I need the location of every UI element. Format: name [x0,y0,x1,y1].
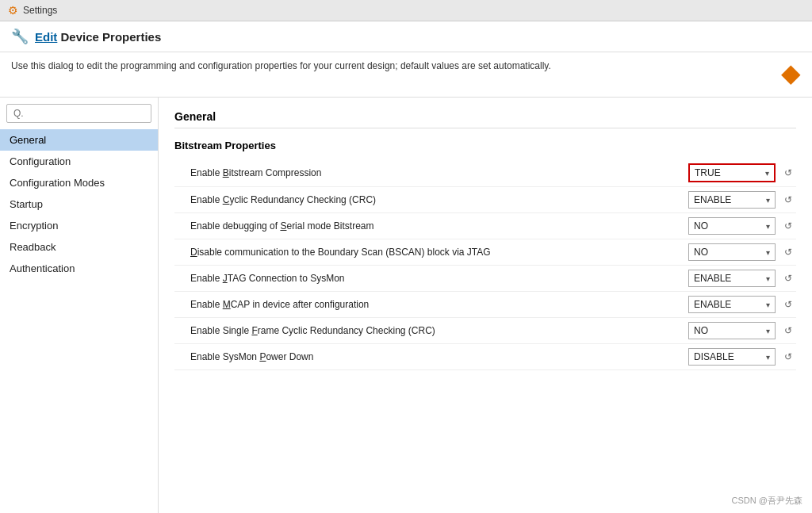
header: 🔧 Edit Device Properties [0,21,812,52]
chevron-down-icon-bscan: ▾ [766,248,770,257]
dropdown-value-bscan: NO [694,247,708,258]
main-content: General Configuration Configuration Mode… [0,98,812,513]
dropdown-value-jtag: ENABLE [694,273,731,284]
property-row-sfcrc: Enable Single Frame Cyclic Redundancy Ch… [174,318,796,344]
chevron-down-icon-mcap: ▾ [766,301,770,309]
property-control-mcap: ENABLE ▾ ↺ [638,296,796,313]
dropdown-value-sysmon: DISABLE [694,351,734,362]
dropdown-sfcrc[interactable]: NO ▾ [688,322,776,339]
reset-button-serial[interactable]: ↺ [780,220,796,232]
edit-icon: 🔧 [11,28,29,45]
property-label-bscan: Disable communication to the Boundary Sc… [174,247,638,258]
sidebar: General Configuration Configuration Mode… [0,98,159,513]
watermark: CSDN @吾尹先森 [732,495,802,507]
chevron-down-icon-crc: ▾ [766,196,770,205]
page-title: Edit Device Properties [35,30,161,44]
reset-button-jtag[interactable]: ↺ [780,273,796,284]
dropdown-mcap[interactable]: ENABLE ▾ [688,296,776,313]
property-label-crc: Enable Cyclic Redundancy Checking (CRC) [174,194,638,205]
dropdown-value-serial: NO [694,220,708,232]
property-row-serial: Enable debugging of Serial mode Bitstrea… [174,213,796,239]
sidebar-item-general[interactable]: General [0,129,158,151]
sidebar-item-readback[interactable]: Readback [0,236,158,258]
reset-button-sysmon[interactable]: ↺ [780,351,796,362]
property-control-bscan: NO ▾ ↺ [638,243,796,261]
chevron-down-icon-jtag: ▾ [766,274,770,283]
reset-button-crc[interactable]: ↺ [780,194,796,205]
content-area: General Bitstream Properties Enable Bits… [159,98,812,513]
reset-button-mcap[interactable]: ↺ [780,299,796,310]
dropdown-serial[interactable]: NO ▾ [688,217,776,235]
property-control-crc: ENABLE ▾ ↺ [638,191,796,209]
chevron-down-icon: ▾ [765,169,769,178]
property-label-mcap: Enable MCAP in device after configuratio… [174,299,638,310]
property-label-compression: Enable Bitstream Compression [174,167,638,178]
title-bar-label: Settings [23,5,57,16]
reset-button-compression[interactable]: ↺ [780,167,796,178]
property-row-mcap: Enable MCAP in device after configuratio… [174,292,796,318]
header-title-rest: Device Properties [61,30,162,44]
property-row-compression: Enable Bitstream Compression TRUE ▾ ↺ [174,159,796,187]
property-control-sysmon: DISABLE ▾ ↺ [638,348,796,366]
property-control-compression: TRUE ▾ ↺ [638,163,796,182]
description-text: Use this dialog to edit the programming … [11,60,551,71]
property-row-jtag: Enable JTAG Connection to SysMon ENABLE … [174,266,796,292]
dropdown-value-sfcrc: NO [694,325,708,336]
property-label-jtag: Enable JTAG Connection to SysMon [174,273,638,284]
logo-icon: ◆ [781,60,801,86]
reset-button-bscan[interactable]: ↺ [780,247,796,258]
chevron-down-icon-sysmon: ▾ [766,353,770,362]
property-control-jtag: ENABLE ▾ ↺ [638,270,796,287]
sidebar-item-authentication[interactable]: Authentication [0,258,158,279]
sidebar-item-encryption[interactable]: Encryption [0,215,158,236]
section-title: General [174,110,796,128]
property-label-serial: Enable debugging of Serial mode Bitstrea… [174,220,638,232]
dropdown-compression[interactable]: TRUE ▾ [688,163,776,182]
label-prefix: Enable Bitstream Compression [190,167,321,178]
dropdown-sysmon[interactable]: DISABLE ▾ [688,348,776,366]
chevron-down-icon-serial: ▾ [766,222,770,231]
dropdown-value-compression: TRUE [695,167,721,178]
dropdown-bscan[interactable]: NO ▾ [688,243,776,261]
dropdown-value-mcap: ENABLE [694,299,731,310]
reset-button-sfcrc[interactable]: ↺ [780,325,796,336]
property-control-sfcrc: NO ▾ ↺ [638,322,796,339]
settings-icon: ⚙ [8,4,18,17]
dropdown-crc[interactable]: ENABLE ▾ [688,191,776,209]
property-row-sysmon: Enable SysMon Power Down DISABLE ▾ ↺ [174,344,796,370]
description-bar: Use this dialog to edit the programming … [0,52,812,98]
subsection-title: Bitstream Properties [174,140,796,151]
search-input[interactable] [6,104,151,123]
sidebar-item-startup[interactable]: Startup [0,193,158,215]
property-control-serial: NO ▾ ↺ [638,217,796,235]
title-bar: ⚙ Settings [0,0,812,21]
property-label-sfcrc: Enable Single Frame Cyclic Redundancy Ch… [174,325,638,336]
property-label-sysmon: Enable SysMon Power Down [174,351,638,362]
sidebar-item-configuration-modes[interactable]: Configuration Modes [0,172,158,193]
sidebar-item-configuration[interactable]: Configuration [0,151,158,172]
dropdown-jtag[interactable]: ENABLE ▾ [688,270,776,287]
property-row-bscan: Disable communication to the Boundary Sc… [174,239,796,266]
dropdown-value-crc: ENABLE [694,194,731,205]
chevron-down-icon-sfcrc: ▾ [766,327,770,335]
edit-word: Edit [35,30,57,44]
property-row-crc: Enable Cyclic Redundancy Checking (CRC) … [174,187,796,213]
